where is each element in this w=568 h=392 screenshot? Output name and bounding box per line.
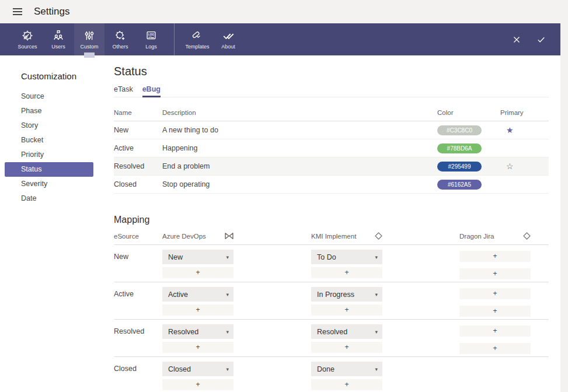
diamond-icon [375,232,382,240]
kmi-implement-select-active[interactable]: In Progress ▾ [311,287,382,302]
add-jira-mapping-resolved-button[interactable]: + [459,326,531,337]
add-kmi-mapping-new-button[interactable]: + [311,267,382,278]
sidebar-item-severity[interactable]: Severity [5,177,93,191]
status-table-header: Name Description Color Primary [114,102,549,121]
customization-sidebar: Customization Source Phase Story Bucket … [0,55,99,392]
sidebar-title: Customization [21,71,99,81]
toolbar-items: Sources Users Custom [12,23,243,55]
azure-devops-select-closed[interactable]: Closed ▾ [162,362,234,376]
selected-tab-notch [84,52,95,58]
toolbar-item-label: About [221,44,235,50]
toolbar-item-others[interactable]: Others [105,23,135,55]
column-header-dragon-jira: Dragon Jira [459,233,494,240]
sliders-icon [83,29,96,42]
hamburger-menu-button[interactable] [13,8,22,15]
status-tabs: eTask eBug [114,85,549,97]
mapping-table: eSource Azure DevOps KMI Implement [114,232,549,392]
column-header-description: Description [162,102,437,121]
tab-etask[interactable]: eTask [114,85,133,97]
status-table: Name Description Color Primary New A new… [114,102,549,194]
sidebar-item-bucket[interactable]: Bucket [5,133,93,148]
column-header-name: Name [114,102,162,121]
app-header: Settings [0,0,568,23]
cancel-button[interactable] [511,34,522,45]
toolbar-item-label: Logs [145,44,157,50]
sidebar-item-story[interactable]: Story [5,118,93,133]
confirm-button[interactable] [536,34,546,45]
check-icon [536,34,546,45]
add-kmi-mapping-resolved-button[interactable]: + [311,342,382,353]
column-header-azure-devops: Azure DevOps [162,233,206,240]
add-kmi-mapping-closed-button[interactable]: + [311,379,382,390]
mapping-header: eSource Azure DevOps KMI Implement [114,232,549,245]
toolbar-item-custom[interactable]: Custom [74,23,104,55]
sidebar-item-phase[interactable]: Phase [5,104,93,118]
sidebar-item-status[interactable]: Status [5,162,93,177]
toolbar-item-logs[interactable]: LOG Logs [136,23,166,55]
add-jira-mapping-active-button[interactable]: + [459,306,531,317]
mapping-section-title: Mapping [114,215,549,225]
kmi-implement-select-resolved[interactable]: Resolved ▾ [311,324,382,339]
dropdown-arrow-icon: ▾ [226,329,229,335]
status-row-resolved[interactable]: Resolved End a problem #295499 ☆ [114,158,549,176]
add-jira-mapping-resolved-button[interactable]: + [459,343,531,354]
diamond-icon [523,232,531,240]
color-badge[interactable]: #78BD6A [437,144,482,153]
sidebar-item-date[interactable]: Date [5,191,93,206]
status-row-new[interactable]: New A new thing to do #C3C8C0 ★ [114,121,549,139]
toolbar-item-label: Templates [185,44,209,50]
toolbar-divider [174,23,175,55]
add-jira-mapping-new-button[interactable]: + [459,251,531,262]
add-azure-mapping-resolved-button[interactable]: + [162,342,234,353]
close-icon [511,34,522,45]
double-check-icon [222,29,235,42]
gear-plus-icon [114,29,127,42]
column-header-kmi-implement: KMI Implement [311,233,356,240]
dropdown-arrow-icon: ▾ [375,329,378,335]
toolbar-item-about[interactable]: About [213,23,243,55]
column-header-color: Color [437,102,500,121]
users-icon [52,29,65,42]
toolbar-item-templates[interactable]: Templates [182,23,212,55]
status-row-active[interactable]: Active Happening #78BD6A [114,139,549,158]
mapping-row-active: Active Active ▾ + In Progress ▾ + [114,282,549,320]
paint-roller-icon [191,29,204,42]
dropdown-arrow-icon: ▾ [226,292,229,298]
color-badge[interactable]: #C3C8C0 [437,125,482,135]
toolbar-item-users[interactable]: Users [43,23,74,55]
mapping-row-resolved: Resolved Resolved ▾ + Resolved ▾ + [114,320,549,357]
sidebar-item-source[interactable]: Source [5,89,93,104]
primary-star-outline-icon[interactable]: ☆ [506,162,514,171]
dropdown-arrow-icon: ▾ [226,254,229,260]
toolbar-item-sources[interactable]: Sources [12,23,43,55]
kmi-implement-select-closed[interactable]: Done ▾ [311,362,382,376]
kmi-implement-select-new[interactable]: To Do ▾ [311,250,382,264]
dropdown-arrow-icon: ▾ [375,254,378,260]
add-azure-mapping-closed-button[interactable]: + [162,379,234,390]
color-badge[interactable]: #6162A5 [437,180,482,190]
column-header-esource: eSource [114,233,162,240]
add-azure-mapping-new-button[interactable]: + [162,267,234,278]
status-row-closed[interactable]: Closed Stop operating #6162A5 [114,176,549,194]
tab-ebug[interactable]: eBug [142,85,161,97]
mapping-row-new: New New ▾ + To Do ▾ + + [114,245,549,282]
column-header-primary: Primary [500,102,549,121]
add-azure-mapping-active-button[interactable]: + [162,304,234,316]
toolbar-item-label: Sources [18,44,37,50]
toolbar-item-label: Users [51,44,65,50]
toolbar-actions [511,23,546,55]
page-title: Settings [34,6,69,18]
gear-wrench-icon [21,29,34,42]
add-jira-mapping-active-button[interactable]: + [459,288,531,299]
add-kmi-mapping-active-button[interactable]: + [311,304,382,316]
azure-devops-icon [225,232,234,240]
azure-devops-select-active[interactable]: Active ▾ [162,287,234,302]
add-jira-mapping-new-button[interactable]: + [459,268,531,279]
status-section-title: Status [114,65,549,78]
azure-devops-select-resolved[interactable]: Resolved ▾ [162,324,234,339]
primary-star-filled-icon[interactable]: ★ [506,125,514,135]
azure-devops-select-new[interactable]: New ▾ [162,250,234,264]
color-badge[interactable]: #295499 [437,162,482,172]
main-panel: Status eTask eBug Name Description Color… [99,55,560,392]
sidebar-item-priority[interactable]: Priority [5,148,93,162]
